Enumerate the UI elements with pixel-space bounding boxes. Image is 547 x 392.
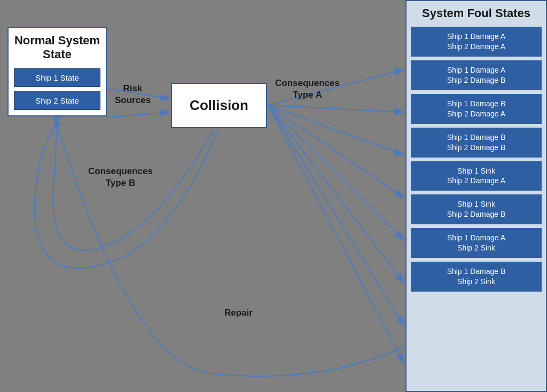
foul-state-item-7: Ship 1 Damage AShip 2 Sink [411, 228, 542, 258]
foul-state-item-2: Ship 1 Damage AShip 2 Damage B [411, 60, 542, 90]
repair-label: Repair [224, 307, 253, 319]
svg-line-10 [268, 105, 404, 326]
foul-states-title: System Foul States [411, 6, 542, 20]
normal-state-title: Normal System State [14, 34, 100, 62]
foul-states-panel: System Foul States Ship 1 Damage AShip 2… [405, 0, 547, 392]
svg-line-7 [268, 105, 404, 198]
svg-line-8 [268, 105, 404, 240]
collision-title: Collision [190, 97, 248, 114]
ship1-state-button[interactable]: Ship 1 State [14, 68, 100, 87]
foul-state-item-4: Ship 1 Damage BShip 2 Damage B [411, 128, 542, 158]
svg-line-11 [268, 105, 404, 363]
foul-state-item-1: Ship 1 Damage AShip 2 Damage A [411, 27, 542, 57]
ship2-state-button[interactable]: Ship 2 State [14, 91, 100, 110]
risk-sources-label: RiskSources [115, 83, 151, 106]
foul-state-item-3: Ship 1 Damage BShip 2 Damage A [411, 94, 542, 124]
svg-line-6 [268, 105, 404, 155]
foul-state-item-8: Ship 1 Damage BShip 2 Sink [411, 262, 542, 292]
svg-line-9 [268, 105, 404, 283]
normal-state-box: Normal System State Ship 1 State Ship 2 … [7, 27, 107, 116]
foul-state-item-5: Ship 1 SinkShip 2 Damage A [411, 161, 542, 191]
svg-line-3 [107, 112, 170, 117]
consequences-type-a-label: ConsequencesType A [275, 77, 340, 101]
consequences-type-b-label: ConsequencesType B [88, 166, 153, 189]
collision-box: Collision [171, 83, 267, 128]
svg-line-5 [268, 105, 404, 112]
foul-state-item-6: Ship 1 SinkShip 2 Damage B [411, 194, 542, 224]
